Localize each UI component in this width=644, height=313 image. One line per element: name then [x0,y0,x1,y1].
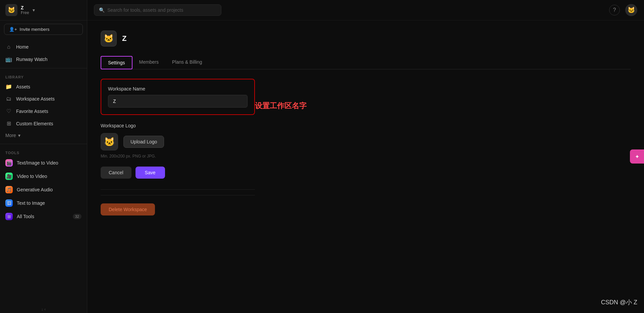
workspace-folder-icon: 🗂 [5,96,12,102]
main-content: 🔍 Search for tools, assets and projects … [87,0,644,313]
sliders-icon: ⊞ [5,120,12,127]
divider-2 [101,195,255,195]
chat-icon: ✦ [635,153,639,160]
workspace-name: Z [21,5,29,10]
delete-workspace-button[interactable]: Delete Workspace [101,203,155,215]
generative-audio-icon: 🎵 [5,186,13,193]
tab-members[interactable]: Members [132,56,165,69]
video-to-video-icon: 🎥 [5,173,13,180]
logo-row: 🐱 Upload Logo [101,133,255,150]
tab-settings[interactable]: Settings [101,56,132,69]
logo-preview: 🐱 [101,133,118,150]
sidebar-item-favorite-assets[interactable]: ♡ Favorite Assets [0,105,87,117]
upload-logo-button[interactable]: Upload Logo [123,136,164,148]
workspace-text: Z Free [21,5,29,15]
invite-members-button[interactable]: 👤+ Invite members [4,24,83,35]
topbar: 🔍 Search for tools, assets and projects … [87,0,644,20]
sidebar-nav: ⌂ Home 📺 Runway Watch LIBRARY 📁 Assets 🗂… [0,38,87,306]
help-button[interactable]: ? [609,5,620,15]
user-avatar[interactable]: 🐱 [625,4,637,16]
search-placeholder: Search for tools, assets and projects [107,7,183,13]
more-button[interactable]: More ▾ [0,130,87,141]
topbar-right: ? 🐱 [609,4,637,16]
library-section-label: LIBRARY [0,71,87,80]
user-plus-icon: 👤+ [9,27,17,32]
settings-workspace-title: Z [122,34,126,43]
heart-icon: ♡ [5,108,12,114]
action-buttons: Cancel Save [101,167,631,179]
workspace-logo-label: Workspace Logo [101,123,255,128]
workspace-name-input[interactable] [108,95,248,108]
workspace-logo-section: Workspace Logo 🐱 Upload Logo Min. 200x20… [101,123,255,159]
workspace-name-form: Workspace Name [101,79,255,115]
logo-hint: Min. 200x200 px. PNG or JPG. [101,154,255,159]
chevron-down-icon: ▾ [33,7,35,13]
search-bar[interactable]: 🔍 Search for tools, assets and projects [94,4,221,16]
workspace-name-label: Workspace Name [108,86,248,91]
search-icon: 🔍 [99,7,105,13]
sidebar-item-video-to-video[interactable]: 🎥 Video to Video [0,170,87,183]
tv-icon: 📺 [5,56,12,62]
sidebar-item-custom-elements[interactable]: ⊞ Custom Elements [0,117,87,130]
chinese-annotation: 设置工作区名字 [255,101,307,111]
text-to-image-icon: 🖼 [5,199,13,207]
settings-area: 🐱 Z Settings Members Plans & Billing Wor… [87,20,644,313]
float-feedback-button[interactable]: ✦ [630,149,644,164]
sidebar-item-assets[interactable]: 📁 Assets [0,80,87,93]
sidebar-header: 🐱 Z Free ▾ [0,0,87,20]
home-icon: ⌂ [5,44,12,50]
all-tools-badge: 32 [73,214,82,219]
sidebar: 🐱 Z Free ▾ 👤+ Invite members ⌂ Home 📺 Ru… [0,0,87,313]
save-button[interactable]: Save [136,167,165,179]
sidebar-item-generative-audio[interactable]: 🎵 Generative Audio [0,183,87,196]
settings-header: 🐱 Z [101,30,631,47]
sidebar-item-text-image-to-video[interactable]: 🎬 Text/Image to Video [0,156,87,170]
workspace-selector[interactable]: 🐱 Z Free ▾ [5,4,35,16]
all-tools-icon: ⊞ [5,213,13,220]
cancel-button[interactable]: Cancel [101,167,131,179]
tools-section-label: TOOLS [0,147,87,156]
settings-tabs: Settings Members Plans & Billing [101,56,631,69]
text-image-to-video-icon: 🎬 [5,159,13,167]
tab-plans-billing[interactable]: Plans & Billing [165,56,209,69]
scroll-indicator: ↓ ‹ [0,306,87,313]
sidebar-item-home[interactable]: ⌂ Home [0,41,87,53]
sidebar-item-text-to-image[interactable]: 🖼 Text to Image [0,196,87,210]
chevron-down-icon: ▾ [18,133,20,138]
divider-1 [101,189,255,190]
sidebar-item-workspace-assets[interactable]: 🗂 Workspace Assets [0,93,87,105]
sidebar-item-all-tools[interactable]: ⊞ All Tools 32 [0,210,87,223]
scroll-down-icon: ↓ ‹ [41,307,46,312]
workspace-avatar: 🐱 [5,4,17,16]
workspace-plan: Free [21,10,29,15]
settings-workspace-logo: 🐱 [101,30,117,47]
sidebar-item-runway-watch[interactable]: 📺 Runway Watch [0,53,87,65]
folder-icon: 📁 [5,83,12,90]
